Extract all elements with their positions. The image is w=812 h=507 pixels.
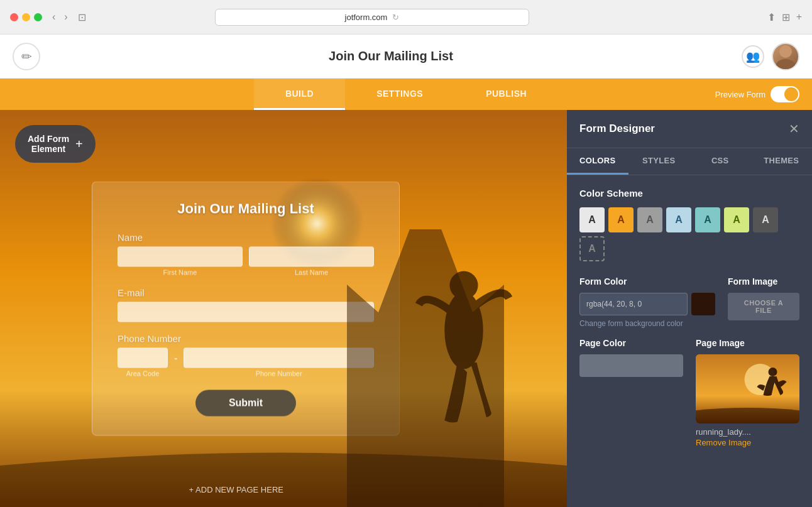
panel-close-button[interactable]: ✕ [789,121,799,136]
svg-point-8 [769,368,777,376]
form-image-label: Form Image [728,276,799,286]
color-swatch-custom[interactable]: A [579,236,605,261]
phone-label: Phone Number [118,334,374,344]
last-name-input[interactable] [249,247,374,267]
address-bar[interactable]: jotform.com ↻ [215,9,529,26]
forward-button[interactable]: › [62,9,70,25]
form-color-hint: Change form background color [579,319,715,328]
browser-actions: ⬆ ⊞ + [767,11,802,23]
area-code-label: Area Code [118,370,168,378]
header-icons: 👥 [742,43,799,70]
svg-point-1 [776,59,796,70]
area-code-input[interactable] [118,348,168,368]
tab-publish[interactable]: PUBLISH [454,79,558,110]
color-swatch-3[interactable]: A [637,207,662,232]
first-name-label: First Name [118,269,243,276]
traffic-light-green[interactable] [34,13,42,21]
page-image-thumbnail [696,354,799,423]
choose-file-button[interactable]: CHOOSE A FILE [728,293,799,320]
page-color-section: Page Color [579,338,683,447]
email-label: E-mail [118,288,374,298]
tab-colors[interactable]: COLORS [567,148,628,175]
logo-icon: ✏ [21,49,32,64]
preview-label: Preview Form [715,90,765,99]
form-color-label: Form Color [579,276,715,286]
remove-image-button[interactable]: Remove Image [696,438,751,447]
canvas-background: Add FormElement + Join Our Mailing List … [0,110,567,507]
svg-point-5 [449,271,478,300]
color-swatch-6[interactable]: A [724,207,749,232]
tab-css[interactable]: CSS [689,148,751,175]
tab-build[interactable]: BUILD [254,79,345,110]
panel-tabs: COLORS STYLES CSS THEMES [567,148,812,175]
browser-chrome: ‹ › ⊡ jotform.com ↻ ⬆ ⊞ + [0,0,812,35]
browser-nav: ‹ › [50,9,70,25]
traffic-light-yellow[interactable] [22,13,30,21]
url-text: jotform.com [345,13,388,22]
tab-styles[interactable]: STYLES [628,148,690,175]
phone-number-label: Phone Number [184,370,374,378]
sidebar-toggle-button[interactable]: ⊡ [78,11,86,23]
color-swatch-7[interactable]: A [753,207,778,232]
form-widget: Join Our Mailing List Name First Name La… [92,182,400,436]
form-image-section: Form Image CHOOSE A FILE [728,276,799,328]
name-label: Name [118,232,374,243]
color-swatch-5[interactable]: A [695,207,720,232]
phone-number-input[interactable] [184,348,374,368]
designer-panel: Form Designer ✕ COLORS STYLES CSS THEMES… [567,110,812,507]
form-widget-title: Join Our Mailing List [118,201,374,217]
back-button[interactable]: ‹ [50,9,58,25]
traffic-light-red[interactable] [10,13,18,21]
share-button[interactable]: ⬆ [767,11,776,23]
color-swatch-1[interactable]: A [579,207,605,232]
tab-themes[interactable]: THEMES [751,148,813,175]
form-color-section: Form Color Change form background color [579,276,715,328]
email-input[interactable] [118,302,374,322]
avatar [772,43,799,70]
page-image-label: Page Image [696,338,799,348]
phone-separator: - [174,353,177,364]
last-name-group: Last Name [249,247,374,276]
preview-toggle-switch[interactable] [771,86,799,102]
panel-content: Color Scheme A A A A A A A A [567,175,812,470]
color-swatch-2[interactable]: A [608,207,634,232]
page-image-svg [696,354,799,423]
form-color-input[interactable] [579,293,688,315]
svg-point-0 [779,45,792,58]
add-form-label: Add FormElement [28,134,69,154]
first-name-group: First Name [118,247,243,276]
page-color-label: Page Color [579,338,683,348]
main-area: Add FormElement + Join Our Mailing List … [0,110,812,507]
add-page-link[interactable]: + ADD NEW PAGE HERE [189,485,283,494]
add-form-element-button[interactable]: Add FormElement + [15,125,96,163]
app-logo: ✏ [13,43,40,70]
form-color-row: Form Color Change form background color … [579,276,799,328]
group-icon: 👥 [746,50,760,63]
toggle-knob [784,87,798,101]
page-title: Join Our Mailing List [329,49,453,63]
plus-icon: + [75,137,83,151]
top-nav: BUILD SETTINGS PUBLISH Preview Form [0,79,812,110]
panel-title: Form Designer [579,123,655,135]
color-scheme-title: Color Scheme [579,188,799,199]
submit-button[interactable]: Submit [195,390,296,417]
page-image-section: Page Image [696,338,799,447]
name-field: Name First Name Last Name [118,232,374,276]
phone-field: Phone Number Area Code - Phone Number [118,334,374,378]
name-inputs: First Name Last Name [118,247,374,276]
color-swatch-4[interactable]: A [666,207,691,232]
new-tab-button[interactable]: ⊞ [782,11,790,23]
app-header: ✏ Join Our Mailing List 👥 [0,35,812,79]
traffic-lights [10,13,42,21]
form-canvas: Add FormElement + Join Our Mailing List … [0,110,567,507]
form-color-preview[interactable] [691,293,715,315]
group-icon-button[interactable]: 👥 [742,45,764,68]
first-name-input[interactable] [118,247,243,267]
color-swatches: A A A A A A A A [579,207,799,261]
avatar-image [773,43,798,70]
refresh-icon[interactable]: ↻ [392,13,399,22]
add-tab-button[interactable]: + [796,11,802,23]
page-color-preview[interactable] [579,354,683,377]
phone-inputs: Area Code - Phone Number [118,348,374,378]
tab-settings[interactable]: SETTINGS [345,79,454,110]
